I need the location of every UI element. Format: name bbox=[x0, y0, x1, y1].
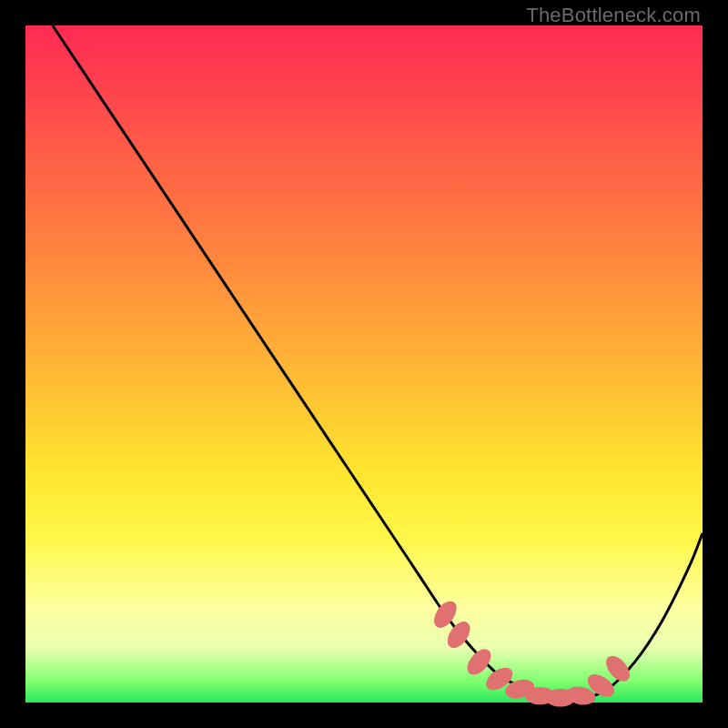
plot-area bbox=[25, 25, 703, 703]
watermark-text: TheBottleneck.com bbox=[526, 4, 701, 27]
curve-svg bbox=[25, 25, 703, 703]
curve-markers bbox=[430, 597, 634, 707]
chart-container: TheBottleneck.com bbox=[0, 0, 728, 728]
curve-marker bbox=[463, 645, 496, 680]
bottleneck-curve bbox=[53, 25, 703, 701]
